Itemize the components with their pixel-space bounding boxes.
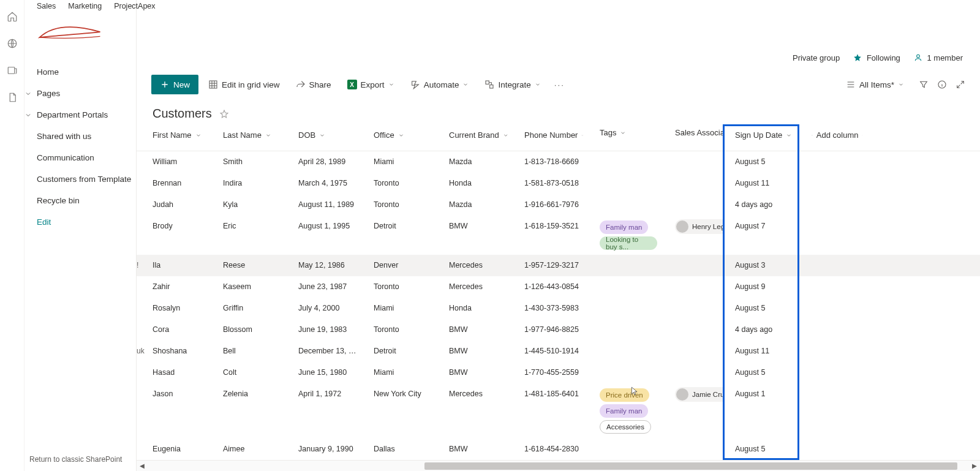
table-row[interactable]: IlaReeseMay 12, 1986DenverMercedes1-957-… xyxy=(137,255,980,276)
cell xyxy=(801,255,868,267)
cell: August 5 xyxy=(724,298,801,318)
cell: March 4, 1975 xyxy=(287,173,363,194)
nav-shared[interactable]: Shared with us xyxy=(37,132,136,141)
person-chip[interactable]: Jamie Crust xyxy=(675,387,724,402)
scroll-right-arrow[interactable]: ► xyxy=(969,461,980,472)
cell: August 5 xyxy=(724,151,801,172)
return-classic-link[interactable]: Return to classic SharePoint xyxy=(29,455,122,464)
cell-tags xyxy=(589,298,664,305)
chevron-down-icon xyxy=(862,132,863,138)
table-row[interactable]: BrodyEricAugust 1, 1995DetroitBMW1-618-1… xyxy=(137,216,980,255)
cell: Miami xyxy=(363,298,438,318)
person-icon xyxy=(914,53,922,62)
nav-department-portals[interactable]: Department Portals xyxy=(24,110,136,119)
tag-pill[interactable]: Family man xyxy=(600,220,648,234)
info-icon[interactable] xyxy=(937,80,947,89)
scroll-thumb[interactable] xyxy=(424,462,957,470)
cell: Honda xyxy=(438,298,513,318)
edit-grid-label: Edit in grid view xyxy=(222,80,280,89)
members-label: 1 member xyxy=(927,53,963,62)
export-button[interactable]: X Export xyxy=(341,75,401,94)
nav-edit[interactable]: Edit xyxy=(37,217,136,227)
nav-recycle[interactable]: Recycle bin xyxy=(37,196,136,205)
edit-grid-button[interactable]: Edit in grid view xyxy=(202,75,286,94)
star-outline-icon[interactable] xyxy=(219,109,229,119)
row-marker: uk xyxy=(137,347,145,355)
tag-pill[interactable]: Price driven xyxy=(600,388,649,402)
table-row[interactable]: JudahKylaAugust 11, 1989TorontoMazda1-91… xyxy=(137,194,980,216)
nav-home[interactable]: Home xyxy=(37,67,136,77)
tag-pill[interactable]: Accessories xyxy=(600,420,651,434)
automate-button[interactable]: Automate xyxy=(404,75,475,94)
nav-comm-label: Communication xyxy=(37,153,94,162)
site-logo[interactable] xyxy=(37,18,103,48)
cell xyxy=(801,319,868,331)
col-signup[interactable]: Sign Up Date xyxy=(724,124,801,146)
chevron-down-icon xyxy=(195,132,202,138)
cell: Colt xyxy=(212,362,287,383)
table-row[interactable]: HasadColtJune 15, 1980MiamiBMW1-770-455-… xyxy=(137,362,980,383)
site-link-marketing[interactable]: Marketing xyxy=(68,2,102,10)
nav-communication[interactable]: Communication xyxy=(37,153,136,162)
site-link-sales[interactable]: Sales xyxy=(37,2,56,10)
tag-pill[interactable]: Family man xyxy=(600,404,648,418)
cell-tags xyxy=(589,276,664,284)
col-phone[interactable]: Phone Number xyxy=(513,124,589,146)
person-name: Jamie Crust xyxy=(692,391,724,398)
cell: Shoshana xyxy=(137,341,212,361)
chevron-down-icon xyxy=(620,130,626,136)
col-last-name[interactable]: Last Name xyxy=(212,124,287,146)
cell: 1-618-159-3521 xyxy=(513,216,589,236)
nav-shared-label: Shared with us xyxy=(37,132,91,141)
view-selector[interactable]: All Items* xyxy=(840,75,910,94)
cell: August 5 xyxy=(724,439,801,459)
col-first-name[interactable]: First Name xyxy=(137,124,212,146)
cell: December 13, 1981 xyxy=(287,341,363,361)
automate-label: Automate xyxy=(424,80,459,89)
new-button[interactable]: New xyxy=(151,75,198,94)
table-row[interactable]: CoraBlossomJune 19, 1983TorontoBMW1-977-… xyxy=(137,319,980,341)
cell: Zahir xyxy=(137,276,212,297)
col-assoc[interactable]: Sales Associate xyxy=(664,124,724,143)
cell: Hasad xyxy=(137,362,212,383)
cell xyxy=(801,298,868,310)
cell: Rosalyn xyxy=(137,298,212,318)
more-button[interactable]: ··· xyxy=(551,75,568,94)
table-row[interactable]: RosalynGriffinJuly 4, 2000MiamiHonda1-43… xyxy=(137,298,980,319)
following-button[interactable]: Following xyxy=(853,53,900,62)
col-add[interactable]: Add column xyxy=(801,124,868,146)
cell: Mercedes xyxy=(438,276,513,297)
share-button[interactable]: Share xyxy=(290,75,337,94)
table-row[interactable]: ZahirKaseemJune 23, 1987TorontoMercedes1… xyxy=(137,276,980,298)
nav-pages[interactable]: Pages xyxy=(24,89,136,98)
horizontal-scrollbar[interactable]: ◄ ► xyxy=(137,460,980,471)
chevron-down-icon xyxy=(319,132,325,138)
svg-rect-3 xyxy=(209,81,217,88)
table-row[interactable]: EugeniaAimeeJanuary 9, 1990DallasBMW1-61… xyxy=(137,439,980,460)
table-row[interactable]: BrennanIndiraMarch 4, 1975TorontoHonda1-… xyxy=(137,173,980,194)
filter-icon[interactable] xyxy=(919,80,929,89)
cell xyxy=(801,341,868,353)
row-marker: ! xyxy=(137,261,138,269)
table-row[interactable]: ShoshanaBellDecember 13, 1981DetroitBMW1… xyxy=(137,341,980,362)
cell: Brody xyxy=(137,216,212,236)
cell-assoc xyxy=(664,298,724,307)
file-icon[interactable] xyxy=(7,92,18,103)
col-brand[interactable]: Current Brand xyxy=(438,124,513,146)
home-icon[interactable] xyxy=(7,11,18,22)
news-icon[interactable] xyxy=(7,65,18,76)
nav-pages-label: Pages xyxy=(37,89,60,98)
globe-icon[interactable] xyxy=(7,38,18,49)
scroll-left-arrow[interactable]: ◄ xyxy=(137,461,148,472)
table-row[interactable]: JasonZeleniaApril 1, 1972New York CityMe… xyxy=(137,383,980,439)
nav-customers-template[interactable]: Customers from Template xyxy=(37,175,136,184)
col-office[interactable]: Office xyxy=(363,124,438,146)
table-row[interactable]: WilliamSmithApril 28, 1989MiamiMazda1-81… xyxy=(137,151,980,173)
person-chip[interactable]: Henry Legge xyxy=(675,219,724,234)
integrate-button[interactable]: Integrate xyxy=(478,75,546,94)
col-dob[interactable]: DOB xyxy=(287,124,363,146)
col-tags[interactable]: Tags xyxy=(589,124,664,141)
expand-icon[interactable] xyxy=(956,80,965,89)
tag-pill[interactable]: Looking to buy s... xyxy=(600,236,657,250)
members-button[interactable]: 1 member xyxy=(914,53,963,62)
